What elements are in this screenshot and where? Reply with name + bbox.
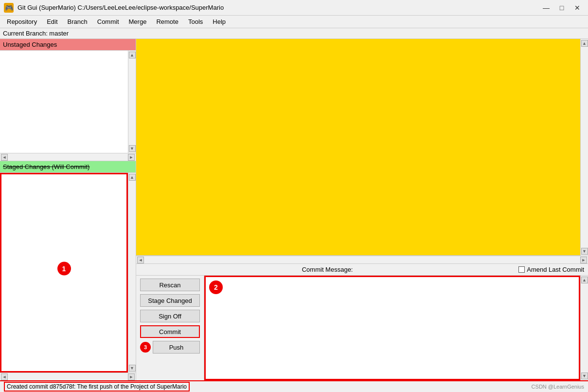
staged-list[interactable]: 1 <box>0 173 128 373</box>
unstaged-scroll-right[interactable]: ► <box>128 154 135 161</box>
commit-message-badge: 2 <box>209 280 223 294</box>
unstaged-header: Unstaged Changes <box>0 39 136 51</box>
minimize-button[interactable]: — <box>539 2 553 13</box>
title-bar-controls: — □ ✕ <box>539 2 584 13</box>
staged-vscroll[interactable]: ▲ ▼ <box>128 173 136 373</box>
unstaged-scroll-down[interactable]: ▼ <box>129 145 136 152</box>
rescan-button[interactable]: Rescan <box>140 279 200 291</box>
title-bar-text: Git Gui (SuperMario) C:/Users/LeeLeeLee/… <box>18 4 224 11</box>
message-vscroll[interactable]: ▲ ▼ <box>580 276 588 380</box>
diff-area <box>136 39 580 256</box>
push-badge: 3 <box>140 342 151 353</box>
maximize-button[interactable]: □ <box>555 2 569 13</box>
menu-commit[interactable]: Commit <box>92 16 124 28</box>
diff-vscroll[interactable]: ▲ ▼ <box>580 39 588 256</box>
push-button[interactable]: Push <box>153 341 200 354</box>
menu-tools[interactable]: Tools <box>183 16 208 28</box>
commit-button[interactable]: Commit <box>140 325 200 338</box>
app-icon: 🎮 <box>4 3 14 13</box>
unstaged-scroll-left[interactable]: ◄ <box>1 154 8 161</box>
menu-bar: Repository Edit Branch Commit Merge Remo… <box>0 16 588 28</box>
amend-checkbox-wrap: Amend Last Commit <box>518 266 584 273</box>
commit-message-input[interactable] <box>204 276 580 380</box>
diff-scroll-left[interactable]: ◄ <box>137 257 144 263</box>
staged-scroll-up[interactable]: ▲ <box>129 174 136 181</box>
staged-scroll-left[interactable]: ◄ <box>1 373 8 380</box>
current-branch: Current Branch: master <box>0 28 588 39</box>
diff-scroll-right[interactable]: ► <box>580 257 587 263</box>
staged-section: Staged Changes (Will Commit) 1 ▲ ▼ ◄ ► <box>0 161 136 380</box>
menu-help[interactable]: Help <box>208 16 231 28</box>
staged-header: Staged Changes (Will Commit) <box>0 161 136 173</box>
amend-checkbox[interactable] <box>518 266 525 273</box>
staged-scroll-right[interactable]: ► <box>128 373 135 380</box>
menu-edit[interactable]: Edit <box>42 16 62 28</box>
stage-changed-button[interactable]: Stage Changed <box>140 294 200 307</box>
right-panel: ▲ ▼ ◄ ► Commit Message: Amend Last Commi… <box>136 39 588 380</box>
status-bar: Created commit d875d78f: The first push … <box>0 380 588 392</box>
buttons-column: Rescan Stage Changed Sign Off Commit 3 P… <box>136 276 204 380</box>
menu-remote[interactable]: Remote <box>151 16 183 28</box>
commit-btn-wrap: Commit <box>140 325 200 338</box>
status-message: Created commit d875d78f: The first push … <box>4 382 190 392</box>
menu-repository[interactable]: Repository <box>2 16 42 28</box>
commit-header-row: Commit Message: Amend Last Commit <box>136 264 588 276</box>
message-scroll-down[interactable]: ▼ <box>581 373 588 379</box>
unstaged-scroll-up[interactable]: ▲ <box>129 52 136 58</box>
diff-scroll-up[interactable]: ▲ <box>581 40 588 47</box>
commit-message-label: Commit Message: <box>140 266 515 273</box>
message-area-wrap: 2 ▲ ▼ <box>204 276 588 380</box>
close-button[interactable]: ✕ <box>570 2 584 13</box>
unstaged-vscroll[interactable]: ▲ ▼ <box>128 51 136 153</box>
main-content: Unstaged Changes ▲ ▼ ◄ ► Staged Changes … <box>0 39 588 380</box>
unstaged-section: Unstaged Changes ▲ ▼ ◄ ► <box>0 39 136 161</box>
staged-hscroll[interactable]: ◄ ► <box>0 373 136 380</box>
diff-area-wrap: ▲ ▼ <box>136 39 588 256</box>
amend-label: Amend Last Commit <box>527 266 584 273</box>
push-btn-wrap: 3 Push <box>140 341 200 354</box>
menu-merge[interactable]: Merge <box>124 16 152 28</box>
sign-off-button[interactable]: Sign Off <box>140 310 200 322</box>
bottom-section: Rescan Stage Changed Sign Off Commit 3 P… <box>136 276 588 380</box>
left-panel: Unstaged Changes ▲ ▼ ◄ ► Staged Changes … <box>0 39 136 380</box>
title-bar: 🎮 Git Gui (SuperMario) C:/Users/LeeLeeLe… <box>0 0 588 16</box>
menu-branch[interactable]: Branch <box>63 16 92 28</box>
diff-scroll-down[interactable]: ▼ <box>581 248 588 255</box>
unstaged-list[interactable] <box>0 51 128 153</box>
message-scroll-up[interactable]: ▲ <box>581 277 588 283</box>
unstaged-hscroll[interactable]: ◄ ► <box>0 153 136 161</box>
title-bar-left: 🎮 Git Gui (SuperMario) C:/Users/LeeLeeLe… <box>4 3 224 13</box>
commit-area: Commit Message: Amend Last Commit Rescan… <box>136 263 588 380</box>
staged-badge: 1 <box>57 262 71 276</box>
diff-hscroll[interactable]: ◄ ► <box>136 256 588 263</box>
status-credit: CSDN @LearnGenius <box>532 384 584 390</box>
staged-scroll-down[interactable]: ▼ <box>129 365 136 372</box>
